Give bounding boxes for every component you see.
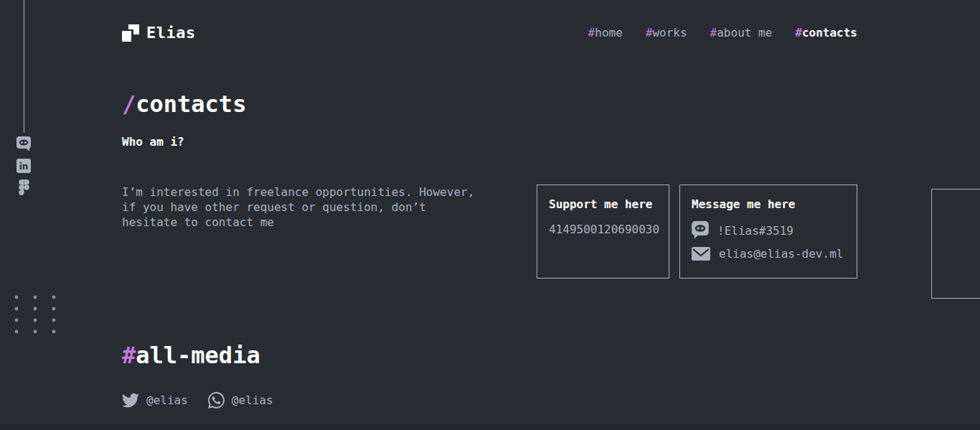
logo-text: Elias [146, 24, 196, 42]
support-number: 4149500120690030 [549, 223, 657, 236]
dots-decoration [14, 295, 57, 335]
whatsapp-handle: @elias [232, 393, 273, 407]
nav-hash: # [710, 26, 717, 39]
email-contact-link[interactable]: elias@elias-dev.ml [692, 247, 845, 261]
discord-icon [692, 221, 709, 240]
logo[interactable]: Elias [122, 24, 196, 42]
nav-link-home[interactable]: #home [588, 26, 623, 39]
nav-label: home [595, 26, 623, 39]
contact-description: I’m interested in freelance opportunitie… [122, 184, 481, 230]
email-address: elias@elias-dev.ml [719, 247, 843, 261]
twitter-handle: @elias [146, 393, 188, 407]
logo-icon [122, 24, 139, 42]
bottom-edge [0, 424, 980, 430]
nav-hash: # [588, 26, 595, 39]
social-row: @elias @elias [122, 391, 857, 408]
subheading: Who am i? [122, 135, 857, 149]
media-title-text: all-media [136, 342, 260, 369]
media-hash: # [122, 342, 136, 369]
support-box-title: Support me here [549, 197, 657, 212]
nav-label: contacts [802, 26, 857, 39]
discord-contact-link[interactable]: !Elias#3519 [692, 221, 845, 240]
main-nav: #home #works #about me #contacts [588, 26, 857, 39]
rectangle-decoration [931, 189, 980, 299]
nav-label: about me [717, 26, 772, 39]
twitter-icon [122, 391, 139, 408]
message-box-title: Message me here [692, 197, 845, 212]
discord-icon[interactable] [17, 136, 31, 152]
discord-tag: !Elias#3519 [717, 224, 793, 238]
nav-link-works[interactable]: #works [646, 26, 687, 39]
nav-link-contacts[interactable]: #contacts [795, 26, 857, 39]
message-box: Message me here !Elias#3519 [679, 184, 857, 279]
page-container: Elias #home #works #about me #contacts /… [122, 0, 857, 408]
whatsapp-link[interactable]: @elias [208, 392, 273, 408]
title-text: contacts [136, 90, 246, 118]
twitter-link[interactable]: @elias [122, 391, 188, 408]
vertical-line-decoration [24, 0, 24, 133]
sidebar-social-icons: in [17, 136, 31, 195]
figma-icon[interactable] [19, 179, 29, 195]
whatsapp-icon [208, 392, 225, 408]
page-title: /contacts [122, 90, 857, 118]
header: Elias #home #works #about me #contacts [122, 0, 857, 42]
linkedin-icon[interactable]: in [17, 159, 31, 173]
all-media-title: #all-media [122, 342, 857, 369]
nav-link-about-me[interactable]: #about me [710, 26, 773, 39]
title-slash: / [122, 90, 136, 118]
contacts-content: I’m interested in freelance opportunitie… [122, 184, 857, 279]
nav-hash: # [795, 26, 802, 39]
svg-text:in: in [19, 162, 29, 172]
mail-icon [692, 247, 710, 261]
nav-label: works [652, 26, 687, 39]
support-box: Support me here 4149500120690030 [537, 184, 669, 279]
nav-hash: # [646, 26, 653, 39]
contact-boxes: Support me here 4149500120690030 Message… [537, 184, 857, 279]
